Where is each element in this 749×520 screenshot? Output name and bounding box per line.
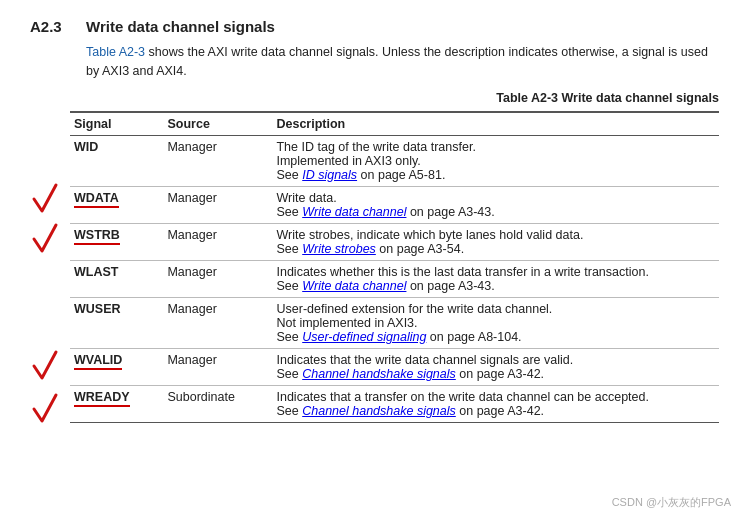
- signal-name: WDATA: [70, 186, 163, 223]
- table-title: Table A2-3 Write data channel signals: [30, 91, 719, 105]
- table-row: WVALID Manager Indicates that the write …: [70, 348, 719, 385]
- signal-source: Subordinate: [163, 385, 272, 422]
- table-row: WREADY Subordinate Indicates that a tran…: [70, 385, 719, 422]
- signal-source: Manager: [163, 348, 272, 385]
- intro-table-link[interactable]: Table A2-3: [86, 45, 145, 59]
- signal-name: WID: [70, 135, 163, 186]
- signal-description: Write strobes, indicate which byte lanes…: [272, 223, 719, 260]
- signal-description: The ID tag of the write data transfer. I…: [272, 135, 719, 186]
- write-data-channel-link[interactable]: Write data channel: [302, 205, 406, 219]
- intro-paragraph: Table A2-3 shows the AXI write data chan…: [86, 43, 719, 81]
- signal-source: Manager: [163, 260, 272, 297]
- write-strobes-link[interactable]: Write strobes: [302, 242, 376, 256]
- section-number: A2.3: [30, 18, 68, 35]
- table-row: WLAST Manager Indicates whether this is …: [70, 260, 719, 297]
- section-heading: Write data channel signals: [86, 18, 275, 35]
- signal-source: Manager: [163, 186, 272, 223]
- write-data-channel-link2[interactable]: Write data channel: [302, 279, 406, 293]
- signal-description: Indicates that the write data channel si…: [272, 348, 719, 385]
- signal-description: Indicates whether this is the last data …: [272, 260, 719, 297]
- signal-underline: WSTRB: [74, 228, 120, 245]
- checkmarks-overlay: [26, 111, 70, 423]
- signal-underline: WVALID: [74, 353, 122, 370]
- col-header-source: Source: [163, 112, 272, 136]
- table-row: WUSER Manager User-defined extension for…: [70, 297, 719, 348]
- channel-handshake-link[interactable]: Channel handshake signals: [302, 367, 456, 381]
- channel-handshake-link2[interactable]: Channel handshake signals: [302, 404, 456, 418]
- signal-description: Write data. See Write data channel on pa…: [272, 186, 719, 223]
- user-defined-link[interactable]: User-defined signaling: [302, 330, 426, 344]
- signal-source: Manager: [163, 135, 272, 186]
- col-header-signal: Signal: [70, 112, 163, 136]
- signal-name: WSTRB: [70, 223, 163, 260]
- table-row: WSTRB Manager Write strobes, indicate wh…: [70, 223, 719, 260]
- signal-name: WLAST: [70, 260, 163, 297]
- watermark: CSDN @小灰灰的FPGA: [612, 495, 731, 510]
- signals-table: Signal Source Description WID Manager Th…: [70, 111, 719, 423]
- table-row: WDATA Manager Write data. See Write data…: [70, 186, 719, 223]
- signal-underline: WREADY: [74, 390, 130, 407]
- col-header-description: Description: [272, 112, 719, 136]
- signal-name: WVALID: [70, 348, 163, 385]
- signal-source: Manager: [163, 223, 272, 260]
- signal-source: Manager: [163, 297, 272, 348]
- signal-underline: WDATA: [74, 191, 119, 208]
- signal-name: WUSER: [70, 297, 163, 348]
- id-signals-link[interactable]: ID signals: [302, 168, 357, 182]
- signal-description: User-defined extension for the write dat…: [272, 297, 719, 348]
- signal-description: Indicates that a transfer on the write d…: [272, 385, 719, 422]
- table-row: WID Manager The ID tag of the write data…: [70, 135, 719, 186]
- signal-name: WREADY: [70, 385, 163, 422]
